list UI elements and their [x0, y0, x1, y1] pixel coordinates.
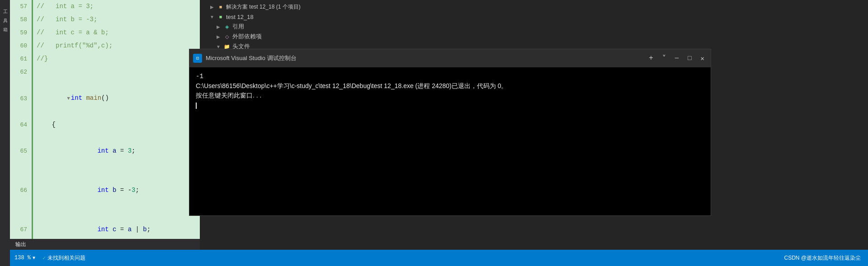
zoom-dropdown-icon[interactable]: ▼: [33, 256, 35, 261]
console-path-line: C:\Users\86156\Desktop\c++学习\c-study_c\t…: [196, 81, 704, 91]
tree-arrow-dep: ▶: [215, 34, 222, 39]
csdn-label: CSDN @逝水如流年轻往返染尘: [784, 254, 861, 262]
toolbar-icon-3[interactable]: 箱: [1, 20, 9, 28]
project-icon: ■: [217, 13, 224, 20]
line-number-57: 57: [10, 0, 32, 13]
code-line-58: 58 // int b = -3;: [10, 13, 200, 26]
code-line-66: 66 int b = -3;: [10, 171, 200, 210]
console-maximize-button[interactable]: □: [685, 54, 694, 63]
line-number-66: 66: [10, 184, 32, 197]
output-tab-label[interactable]: 输出: [15, 241, 26, 248]
line-number-63: 63: [10, 92, 32, 105]
console-title: Microsoft Visual Studio 调试控制台: [206, 54, 642, 62]
solution-icon: ■: [217, 3, 224, 10]
toolbar-icon-2[interactable]: 具: [1, 11, 9, 19]
check-icon: ✓: [42, 255, 46, 261]
code-line-63: 63 ▼int main(): [10, 79, 200, 118]
output-tab-bar: 输出: [10, 239, 200, 250]
tree-item-external-dep[interactable]: ▶ ◇ 外部依赖项: [200, 32, 868, 42]
console-titlebar: ⊡ Microsoft Visual Studio 调试控制台 + ˅ ─ □ …: [189, 49, 711, 67]
check-status: ✓ 未找到相关问题: [42, 254, 85, 262]
left-toolbar: 工 具 箱: [0, 0, 10, 266]
line-number-61: 61: [10, 52, 32, 65]
zoom-control[interactable]: 138 % ▼: [14, 255, 35, 261]
code-line-65: 65 int a = 3;: [10, 131, 200, 171]
tree-arrow-ref: ▶: [215, 24, 222, 29]
code-line-60: 60 // printf("%d",c);: [10, 39, 200, 52]
line-number-67: 67: [10, 223, 32, 236]
console-add-button[interactable]: +: [646, 53, 656, 63]
line-code-65: int a = 3;: [33, 131, 136, 171]
ref-label: 引用: [232, 23, 244, 31]
line-code-60: // printf("%d",c);: [33, 39, 113, 52]
solution-label: 解决方案 test 12_18 (1 个项目): [226, 3, 301, 11]
console-output-value: -1: [196, 72, 704, 81]
line-code-57: // int a = 3;: [33, 0, 94, 13]
code-line-57: 57 // int a = 3;: [10, 0, 200, 13]
console-close-button[interactable]: ✕: [698, 54, 707, 63]
line-code-66: int b = -3;: [33, 171, 139, 210]
code-content: 57 // int a = 3; 58 // int b = -3; 59 //…: [10, 0, 200, 266]
code-line-61: 61 //}: [10, 52, 200, 65]
line-number-59: 59: [10, 26, 32, 39]
tree-item-project[interactable]: ▼ ■ test 12_18: [200, 12, 868, 22]
console-window: ⊡ Microsoft Visual Studio 调试控制台 + ˅ ─ □ …: [189, 49, 711, 216]
code-line-59: 59 // int c = a & b;: [10, 26, 200, 39]
ref-icon: ◈: [223, 23, 231, 30]
code-line-62: 62: [10, 65, 200, 79]
tree-item-solution[interactable]: ▶ ■ 解决方案 test 12_18 (1 个项目): [200, 2, 868, 12]
tree-arrow-project: ▼: [209, 14, 215, 19]
dep-label: 外部依赖项: [232, 33, 262, 41]
toolbar-icon-1[interactable]: 工: [1, 2, 9, 10]
tree-arrow-header: ▼: [215, 44, 222, 49]
line-code-64: {: [33, 118, 56, 131]
line-code-58: // int b = -3;: [33, 13, 97, 26]
tree-arrow-solution: ▶: [209, 5, 215, 9]
check-label: 未找到相关问题: [47, 254, 85, 262]
line-code-59: // int c = a & b;: [33, 26, 109, 39]
line-number-62: 62: [10, 65, 32, 79]
project-label: test 12_18: [226, 14, 254, 20]
console-dropdown-button[interactable]: ˅: [660, 53, 669, 64]
bottom-status-bar: CSDN @逝水如流年轻往返染尘: [200, 250, 868, 266]
console-close-hint: 按任意键关闭此窗口. . .: [196, 91, 704, 100]
console-app-icon: ⊡: [193, 54, 202, 63]
code-line-64: 64 {: [10, 118, 200, 131]
line-code-63: ▼int main(): [33, 79, 109, 118]
zoom-value: 138 %: [14, 255, 31, 261]
line-code-61: //}: [33, 52, 48, 65]
console-minimize-button[interactable]: ─: [672, 54, 681, 63]
console-cursor: [196, 103, 197, 109]
line-number-64: 64: [10, 118, 32, 131]
line-number-58: 58: [10, 13, 32, 26]
line-number-65: 65: [10, 145, 32, 158]
status-bar: 138 % ▼ ✓ 未找到相关问题: [10, 250, 200, 266]
console-body: -1 C:\Users\86156\Desktop\c++学习\c-study_…: [189, 67, 711, 215]
code-editor: 57 // int a = 3; 58 // int b = -3; 59 //…: [10, 0, 200, 266]
line-code-62: [33, 65, 40, 79]
tree-item-ref[interactable]: ▶ ◈ 引用: [200, 22, 868, 32]
line-number-60: 60: [10, 39, 32, 52]
dep-icon: ◇: [223, 33, 231, 40]
